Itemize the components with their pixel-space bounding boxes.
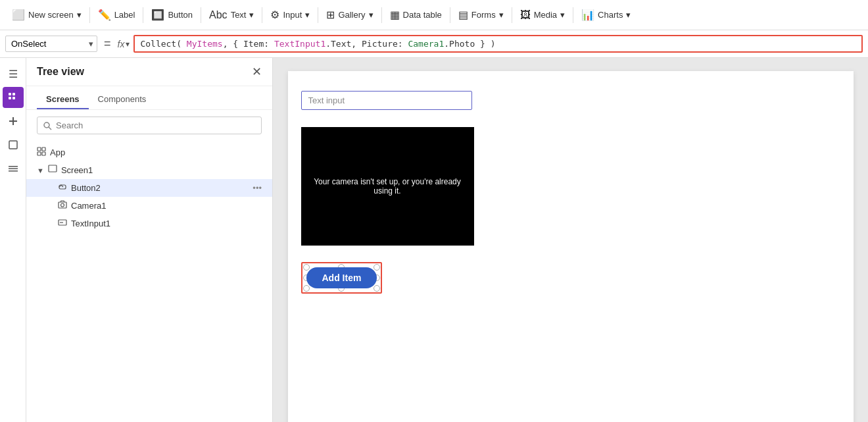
svg-point-10 bbox=[44, 122, 49, 128]
svg-rect-2 bbox=[9, 97, 11, 99]
handle-bl[interactable] bbox=[303, 285, 310, 292]
svg-line-11 bbox=[49, 127, 51, 130]
fx-dropdown-icon[interactable]: ▾ bbox=[126, 40, 130, 49]
onselect-dropdown[interactable]: OnSelect bbox=[5, 36, 97, 52]
forms-icon: ▤ bbox=[458, 9, 468, 21]
sidebar-icon-tree[interactable] bbox=[3, 87, 24, 108]
sidebar-icon-plus[interactable] bbox=[3, 111, 24, 132]
handle-tl[interactable] bbox=[303, 264, 310, 271]
tree-close-button[interactable]: ✕ bbox=[252, 65, 262, 79]
camera1-label: Camera1 bbox=[71, 201, 106, 211]
toolbar-gallery[interactable]: ⊞ Gallery ▾ bbox=[320, 5, 379, 25]
fx-label: fx bbox=[118, 39, 125, 49]
svg-rect-15 bbox=[42, 152, 45, 155]
tree-item-camera1[interactable]: Camera1 bbox=[26, 197, 272, 215]
toolbar-data-table[interactable]: ▦ Data table bbox=[383, 5, 448, 25]
svg-rect-3 bbox=[12, 97, 15, 99]
tab-screens[interactable]: Screens bbox=[37, 90, 89, 109]
svg-rect-8 bbox=[9, 169, 18, 170]
svg-rect-7 bbox=[9, 166, 18, 167]
sidebar-icon-menu[interactable]: ☰ bbox=[3, 63, 24, 84]
formula-input[interactable]: Collect( MyItems, { Item: TextInput1.Tex… bbox=[133, 35, 863, 53]
button2-icon bbox=[58, 182, 67, 194]
toolbar-label[interactable]: ✏️ Label bbox=[91, 5, 142, 25]
toolbar-sep-6 bbox=[381, 7, 382, 23]
toolbar-sep-5 bbox=[318, 7, 318, 23]
tree-item-textinput1[interactable]: TextInput1 bbox=[26, 215, 272, 232]
add-item-button[interactable]: Add Item bbox=[306, 267, 377, 288]
button2-label: Button2 bbox=[71, 183, 101, 193]
toolbar-new-screen[interactable]: ⬜ New screen ▾ bbox=[5, 5, 88, 25]
screen1-icon bbox=[48, 165, 57, 176]
svg-rect-5 bbox=[9, 120, 17, 122]
canvas-frame: Text input Your camera isn't set up, or … bbox=[288, 71, 854, 422]
fx-wrap: fx ▾ bbox=[118, 39, 130, 49]
formula-photo-suffix: .Photo } ) bbox=[444, 39, 495, 49]
tree-item-button2[interactable]: Button2 ••• bbox=[26, 179, 272, 197]
formula-textinput-ref: TextInput1 bbox=[274, 39, 326, 49]
formula-item-label: Item: bbox=[238, 39, 274, 49]
label-icon: ✏️ bbox=[98, 9, 111, 21]
svg-point-19 bbox=[61, 203, 64, 207]
svg-rect-0 bbox=[9, 93, 11, 95]
formula-select-wrap: OnSelect bbox=[5, 36, 97, 52]
tree-body: App ▼ Screen1 bbox=[26, 141, 272, 422]
svg-rect-18 bbox=[59, 202, 66, 208]
toolbar-charts[interactable]: 📊 Charts ▾ bbox=[575, 5, 637, 25]
sidebar-icons: ☰ bbox=[0, 58, 26, 422]
app-label: App bbox=[50, 147, 65, 157]
tree-header: Tree view ✕ bbox=[26, 58, 272, 86]
text-icon: Abc bbox=[209, 9, 228, 21]
screen1-label: Screen1 bbox=[61, 165, 93, 175]
sidebar-icon-tools[interactable] bbox=[3, 158, 24, 179]
formula-bar: OnSelect = fx ▾ Collect( MyItems, { Item… bbox=[0, 30, 868, 58]
text-input-widget: Text input bbox=[301, 91, 472, 110]
svg-rect-9 bbox=[9, 171, 18, 172]
svg-rect-13 bbox=[42, 147, 45, 151]
tab-components[interactable]: Components bbox=[89, 90, 156, 109]
svg-rect-12 bbox=[37, 147, 41, 151]
new-screen-icon: ⬜ bbox=[12, 9, 25, 21]
media-icon: 🖼 bbox=[520, 9, 531, 21]
tree-item-screen1[interactable]: ▼ Screen1 bbox=[26, 161, 272, 179]
tree-panel: Tree view ✕ Screens Components bbox=[26, 58, 273, 422]
tree-item-app[interactable]: App bbox=[26, 144, 272, 161]
svg-rect-1 bbox=[12, 93, 15, 95]
search-input[interactable] bbox=[56, 120, 256, 130]
tree-title: Tree view bbox=[37, 66, 84, 78]
formula-collection: MyItems bbox=[181, 39, 223, 49]
toolbar-button[interactable]: 🔲 Button bbox=[145, 5, 199, 25]
tree-search-box[interactable] bbox=[37, 117, 262, 134]
gallery-icon: ⊞ bbox=[326, 9, 335, 21]
svg-rect-14 bbox=[37, 152, 41, 155]
svg-rect-16 bbox=[49, 165, 57, 172]
camera1-icon bbox=[58, 200, 67, 211]
button-icon: 🔲 bbox=[151, 9, 164, 21]
toolbar-media[interactable]: 🖼 Media ▾ bbox=[514, 5, 571, 25]
more-options-button[interactable]: ••• bbox=[253, 183, 262, 193]
camera-widget: Your camera isn't set up, or you're alre… bbox=[301, 127, 474, 246]
text-input-placeholder: Text input bbox=[308, 95, 345, 105]
toolbar-sep-1 bbox=[89, 7, 90, 23]
toolbar-text[interactable]: Abc Text ▾ bbox=[203, 5, 260, 25]
button-selection-container: Add Item bbox=[306, 267, 377, 288]
textinput1-label: TextInput1 bbox=[71, 219, 110, 228]
add-item-button-wrap: Add Item bbox=[301, 262, 383, 294]
toolbar-sep-9 bbox=[573, 7, 573, 23]
handle-br[interactable] bbox=[374, 285, 380, 292]
main-toolbar: ⬜ New screen ▾ ✏️ Label 🔲 Button Abc Tex… bbox=[0, 0, 868, 30]
formula-prefix: Collect( bbox=[140, 39, 181, 49]
tree-tabs: Screens Components bbox=[26, 86, 272, 110]
camera-message: Your camera isn't set up, or you're alre… bbox=[301, 171, 474, 202]
toolbar-sep-2 bbox=[143, 7, 143, 23]
toolbar-forms[interactable]: ▤ Forms ▾ bbox=[452, 5, 510, 25]
charts-icon: 📊 bbox=[581, 9, 594, 21]
sidebar-icon-box[interactable] bbox=[3, 134, 24, 155]
textinput1-icon bbox=[58, 218, 67, 229]
toolbar-input[interactable]: ⚙ Input ▾ bbox=[264, 5, 316, 25]
handle-tr[interactable] bbox=[374, 264, 380, 271]
toolbar-sep-3 bbox=[201, 7, 201, 23]
svg-rect-6 bbox=[9, 141, 17, 149]
toolbar-sep-7 bbox=[450, 7, 450, 23]
formula-comma: , { bbox=[223, 39, 238, 49]
